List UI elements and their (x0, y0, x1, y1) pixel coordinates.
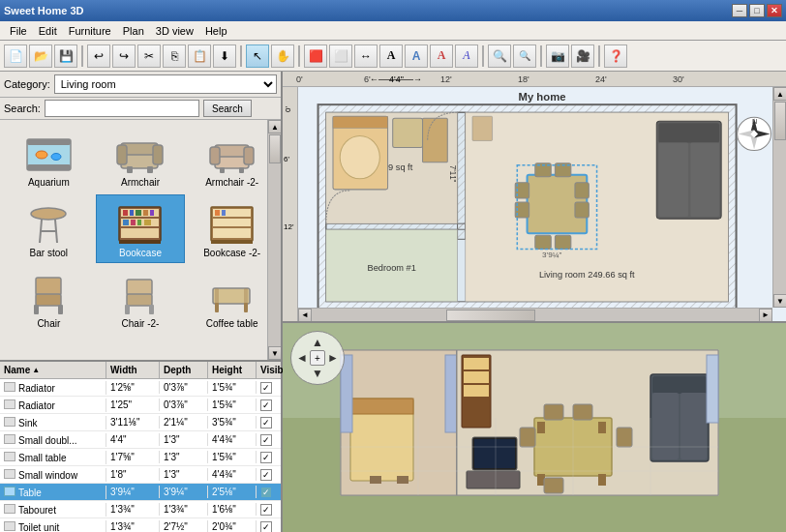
svg-rect-120 (652, 376, 707, 394)
table-row[interactable]: Small window 1'8" 1'3" 4'4¾" ✓ (0, 466, 281, 484)
redo-button[interactable]: ↪ (112, 44, 136, 68)
menu-furniture[interactable]: Furniture (63, 23, 117, 39)
visible-checkbox[interactable]: ✓ (260, 469, 272, 481)
3d-button[interactable]: 🎥 (571, 44, 594, 68)
scroll-track[interactable] (268, 133, 281, 346)
v-scroll-thumb-plan[interactable] (774, 102, 786, 140)
table-row[interactable]: Sink 3'11⅛" 2'1¼" 3'5¾" ✓ (0, 414, 281, 431)
menu-edit[interactable]: Edit (33, 23, 63, 39)
furniture-item-coffeetable[interactable]: Coffee table (187, 265, 277, 334)
undo-button[interactable]: ↩ (87, 44, 110, 68)
table-row[interactable]: Small doubl... 4'4" 1'3" 4'4¾" ✓ (0, 431, 281, 449)
right-panel: 0' 6' 12' 18' 24' 30' 4'4" ←————→ 0' 6' … (283, 72, 786, 532)
scroll-up-btn[interactable]: ▲ (268, 120, 281, 133)
furniture-item-armchair2[interactable]: Armchair -2- (187, 124, 277, 192)
furniture-item-barstool[interactable]: Bar stool (4, 194, 94, 263)
search-input[interactable] (45, 100, 199, 117)
save-button[interactable]: 💾 (54, 44, 77, 68)
nav-right-btn[interactable]: ► (324, 349, 342, 367)
furniture-item-chair2[interactable]: Chair -2- (96, 265, 186, 334)
open-button[interactable]: 📂 (29, 44, 52, 68)
new-button[interactable]: 📄 (4, 44, 27, 68)
close-button[interactable]: ✕ (767, 4, 782, 17)
h-scroll-left[interactable]: ◄ (298, 309, 312, 322)
visible-checkbox[interactable]: ✓ (260, 452, 272, 463)
table-row-selected[interactable]: Table 3'9¼" 3'9¼" 2'5⅛" ✓ (0, 484, 281, 501)
label3-button[interactable]: A (455, 44, 478, 68)
minimize-button[interactable]: ─ (732, 4, 747, 17)
camera-button[interactable]: 📷 (546, 44, 569, 68)
svg-rect-13 (210, 147, 220, 164)
scroll-down-btn[interactable]: ▼ (268, 346, 281, 360)
nav-down-btn[interactable]: ▼ (309, 365, 326, 382)
header-name[interactable]: Name ▲ (0, 362, 106, 378)
svg-rect-79 (575, 202, 589, 218)
menu-help[interactable]: Help (199, 23, 233, 39)
object-list: Name ▲ Width Depth Height Visible Radiat… (0, 360, 281, 532)
visible-checkbox[interactable]: ✓ (260, 521, 272, 533)
v-scroll-track-plan[interactable] (773, 101, 786, 294)
cut-button[interactable]: ✂ (137, 44, 161, 68)
h-scroll-right[interactable]: ► (759, 309, 772, 322)
category-row: Category: Living room Bedroom Kitchen (0, 72, 281, 98)
chair2-label: Chair -2- (122, 318, 160, 329)
category-select[interactable]: Living room Bedroom Kitchen (54, 74, 277, 94)
bookcase2-icon (203, 199, 261, 248)
visible-checkbox[interactable]: ✓ (260, 487, 272, 498)
header-height[interactable]: Height (208, 362, 257, 378)
furniture-item-armchair[interactable]: Armchair (96, 124, 186, 192)
nav-center-btn[interactable]: + (310, 350, 325, 366)
paste-button[interactable]: 📋 (188, 44, 211, 68)
room-button[interactable]: ⬜ (329, 44, 352, 68)
v-scroll-down-plan[interactable]: ▼ (773, 294, 786, 308)
v-scroll-up-plan[interactable]: ▲ (773, 87, 786, 101)
table-row[interactable]: Tabouret 1'3¾" 1'3¾" 1'6⅛" ✓ (0, 501, 281, 518)
zoom-in-button[interactable]: 🔍 (488, 44, 511, 68)
nav-left-btn[interactable]: ◄ (293, 349, 311, 367)
select-button[interactable]: ↖ (246, 44, 269, 68)
scroll-thumb[interactable] (269, 134, 281, 163)
h-scroll-thumb[interactable] (446, 310, 535, 321)
wall-button[interactable]: 🟥 (304, 44, 327, 68)
visible-checkbox[interactable]: ✓ (260, 434, 272, 446)
furniture-item-bookcase2[interactable]: Bookcase -2- (187, 194, 277, 263)
svg-rect-73 (423, 118, 448, 162)
visible-checkbox[interactable]: ✓ (260, 504, 272, 516)
help-btn[interactable]: ❓ (604, 44, 627, 68)
svg-rect-114 (544, 404, 563, 420)
furniture-item-bookcase[interactable]: Bookcase (96, 194, 186, 263)
svg-rect-88 (472, 116, 493, 140)
label-button[interactable]: A (405, 44, 428, 68)
table-row[interactable]: Toilet unit 1'3¾" 2'7½" 2'0¾" ✓ (0, 518, 281, 532)
import-button[interactable]: ⬇ (213, 44, 236, 68)
pan-button[interactable]: ✋ (271, 44, 294, 68)
furniture-item-chair[interactable]: Chair (4, 265, 94, 334)
search-button[interactable]: Search (203, 100, 252, 117)
header-depth[interactable]: Depth (160, 362, 208, 378)
label2-button[interactable]: A (430, 44, 453, 68)
svg-rect-103 (370, 476, 381, 484)
svg-rect-16 (239, 167, 244, 173)
menu-3dview[interactable]: 3D view (150, 23, 199, 39)
h-scroll-area[interactable] (312, 309, 759, 322)
menu-file[interactable]: File (4, 23, 33, 39)
svg-point-71 (340, 135, 379, 178)
visible-checkbox[interactable]: ✓ (260, 417, 272, 429)
cell-depth: 0'3⅞" (160, 399, 208, 411)
visible-checkbox[interactable]: ✓ (260, 399, 272, 411)
menu-plan[interactable]: Plan (117, 23, 150, 39)
table-row[interactable]: Radiator 1'25" 0'3⅞" 1'5¾" ✓ (0, 397, 281, 414)
cell-depth: 1'3" (160, 468, 208, 481)
view-3d[interactable]: ▲ ▼ ◄ ► + (283, 323, 786, 532)
table-row[interactable]: Radiator 1'2⅝" 0'3⅞" 1'5¾" ✓ (0, 379, 281, 397)
furniture-item-aquarium[interactable]: Aquarium (4, 124, 94, 192)
zoom-out-button[interactable]: 🔍 (513, 44, 536, 68)
text-button[interactable]: A (379, 44, 403, 68)
visible-checkbox[interactable]: ✓ (260, 382, 272, 394)
header-width[interactable]: Width (106, 362, 160, 378)
copy-button[interactable]: ⎘ (163, 44, 186, 68)
maximize-button[interactable]: □ (749, 4, 765, 17)
table-row[interactable]: Small table 1'7⅝" 1'3" 1'5¾" ✓ (0, 449, 281, 466)
floor-plan[interactable]: 0' 6' 12' 18' 24' 30' 4'4" ←————→ 0' 6' … (283, 72, 786, 323)
dimension-button[interactable]: ↔ (354, 44, 378, 68)
